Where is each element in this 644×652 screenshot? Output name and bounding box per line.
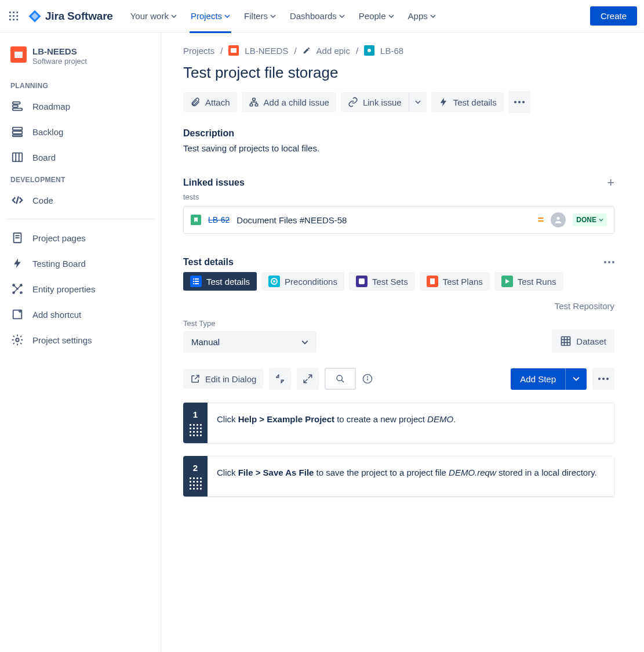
nav-dashboards[interactable]: Dashboards	[284, 0, 351, 32]
jira-icon	[28, 9, 42, 23]
nav-your-work[interactable]: Your work	[125, 0, 183, 32]
test-details-more[interactable]	[604, 261, 614, 263]
dataset-button[interactable]: Dataset	[552, 329, 614, 353]
more-icon	[598, 378, 609, 380]
issue-title[interactable]: Test project file storage	[183, 64, 614, 82]
sidebar-item-entity-props[interactable]: Entity properties	[6, 276, 155, 302]
svg-rect-48	[193, 278, 194, 280]
logo-text: Jira Software	[45, 10, 113, 23]
sidebar-item-project-pages[interactable]: Project pages	[6, 225, 155, 251]
linked-issue-card[interactable]: LB-62 Document Files #NEEDS-58 = DONE	[183, 206, 614, 234]
test-step[interactable]: 1Click Help > Example Project to create …	[183, 403, 614, 443]
sidebar-item-code[interactable]: Code	[6, 187, 155, 213]
info-icon[interactable]	[362, 373, 373, 385]
sidebar-item-project-settings[interactable]: Project settings	[6, 327, 155, 353]
test-step[interactable]: 2Click File > Save As File to save the p…	[183, 456, 614, 497]
step-body[interactable]: Click File > Save As File to save the pr…	[208, 456, 614, 497]
bc-project[interactable]: LB-NEEDS	[245, 46, 288, 56]
add-child-button[interactable]: Add a child issue	[242, 92, 336, 112]
chevron-down-icon	[339, 13, 345, 19]
test-details-button[interactable]: Test details	[431, 92, 504, 112]
tab-test-details[interactable]: Test details	[183, 272, 257, 291]
svg-rect-14	[13, 128, 23, 131]
nav-people[interactable]: People	[353, 0, 400, 32]
svg-point-44	[557, 217, 560, 220]
expand-button[interactable]	[297, 368, 319, 390]
svg-rect-53	[195, 283, 199, 284]
bc-issue-key[interactable]: LB-68	[380, 46, 403, 56]
link-issue-button[interactable]: Link issue	[341, 92, 409, 112]
board-icon	[10, 150, 24, 164]
step-handle[interactable]: 2	[183, 456, 208, 497]
sidebar-item-add-shortcut[interactable]: Add shortcut	[6, 302, 155, 327]
description-text[interactable]: Test saving of projects to local files.	[183, 143, 614, 153]
step-number: 2	[193, 463, 198, 473]
svg-rect-16	[13, 135, 23, 137]
breadcrumb: Projects / LB-NEEDS / Add epic / LB-68	[183, 45, 614, 56]
linked-issue-key[interactable]: LB-62	[208, 215, 230, 224]
search-icon	[336, 374, 345, 383]
tab-test-runs[interactable]: Test Runs	[494, 272, 563, 291]
list-icon	[190, 276, 202, 287]
roadmap-icon	[10, 99, 24, 113]
nav-projects[interactable]: Projects	[185, 0, 236, 32]
test-type-select[interactable]: Manual	[183, 331, 316, 353]
link-issue-dropdown[interactable]	[409, 92, 427, 112]
sidebar-item-board[interactable]: Board	[6, 144, 155, 170]
assignee-avatar[interactable]	[551, 212, 566, 227]
project-name: LB-NEEDS	[32, 46, 87, 56]
svg-point-41	[514, 101, 516, 103]
link-issue-split: Link issue	[341, 92, 427, 112]
nav-apps[interactable]: Apps	[402, 0, 442, 32]
bc-projects[interactable]: Projects	[183, 46, 214, 56]
svg-point-47	[612, 261, 614, 263]
svg-rect-50	[193, 281, 194, 282]
tab-preconditions[interactable]: Preconditions	[261, 272, 344, 291]
logo[interactable]: Jira Software	[28, 9, 113, 23]
svg-point-35	[16, 338, 19, 342]
svg-rect-49	[195, 278, 199, 280]
svg-rect-8	[16, 19, 18, 20]
bc-add-epic[interactable]: Add epic	[316, 46, 350, 56]
status-badge[interactable]: DONE	[573, 213, 607, 226]
chevron-down-icon	[573, 375, 580, 382]
svg-rect-6	[9, 19, 11, 20]
collapse-button[interactable]	[269, 368, 291, 390]
svg-rect-1	[13, 12, 14, 13]
project-header: LB-NEEDS Software project	[6, 46, 155, 76]
svg-rect-5	[16, 15, 18, 17]
section-planning: PLANNING	[6, 76, 155, 93]
step-body[interactable]: Click Help > Example Project to create a…	[208, 403, 614, 443]
precondition-icon	[268, 276, 280, 287]
divider	[6, 219, 155, 219]
add-link-button[interactable]: +	[607, 175, 614, 190]
sidebar-item-roadmap[interactable]: Roadmap	[6, 93, 155, 119]
step-handle[interactable]: 1	[183, 403, 208, 443]
create-button[interactable]: Create	[590, 6, 637, 26]
nodes-icon	[10, 282, 24, 296]
sidebar-item-backlog[interactable]: Backlog	[6, 119, 155, 144]
chevron-down-icon	[301, 339, 308, 346]
apps-switcher-icon[interactable]	[7, 9, 21, 23]
testrun-icon	[501, 276, 513, 287]
backlog-icon	[10, 125, 24, 139]
svg-line-20	[16, 197, 19, 204]
nav-filters[interactable]: Filters	[238, 0, 282, 32]
tab-test-sets[interactable]: Test Sets	[349, 272, 415, 291]
search-steps[interactable]	[325, 368, 356, 390]
add-step-button[interactable]: Add Step	[511, 368, 565, 390]
attach-button[interactable]: Attach	[183, 92, 237, 112]
edit-dialog-button[interactable]: Edit in Dialog	[183, 369, 263, 389]
svg-rect-36	[231, 48, 237, 53]
add-step-dropdown[interactable]	[565, 368, 587, 390]
link-relation: tests	[183, 193, 614, 201]
grid-icon	[560, 335, 572, 347]
step-more-button[interactable]	[592, 368, 614, 390]
svg-rect-7	[13, 19, 14, 20]
more-actions-button[interactable]	[508, 91, 530, 113]
sidebar-item-testing-board[interactable]: Testing Board	[6, 251, 155, 276]
test-repository-link[interactable]: Test Repository	[183, 301, 614, 311]
chevron-down-icon	[224, 13, 230, 19]
tab-test-plans[interactable]: Test Plans	[420, 272, 490, 291]
project-type: Software project	[32, 57, 87, 66]
